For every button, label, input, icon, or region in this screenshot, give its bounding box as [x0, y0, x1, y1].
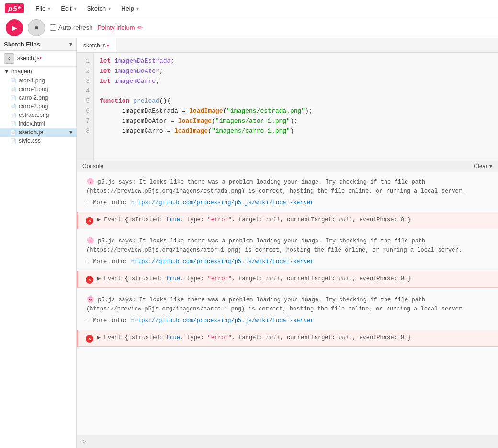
console-message-3: 🌸 p5.js says: It looks like there was a … — [77, 290, 498, 330]
file-icon: 📄 — [11, 130, 16, 135]
line-num: 5 — [82, 96, 90, 106]
error-icon-1: ✕ — [86, 217, 93, 225]
file-icon: 📄 — [11, 87, 16, 92]
console-message-1: 🌸 p5.js says: It looks like there was a … — [77, 172, 498, 212]
error-text-1: ▶ Event {isTrusted: true, type: "error",… — [97, 216, 411, 223]
console-more-info: + More info: https://github.com/processi… — [86, 257, 490, 266]
file-style-css[interactable]: 📄 style.css — [0, 137, 76, 145]
menu-sketch[interactable]: Sketch ▼ — [82, 3, 117, 14]
menu-bar: p5* File ▼ Edit ▼ Sketch ▼ Help ▼ — [0, 0, 498, 17]
console-prompt[interactable]: > — [82, 438, 86, 445]
file-tree: ▼ imagem 📄 ator-1.png 📄 carro-1.png 📄 ca… — [0, 67, 76, 448]
file-icon: 📄 — [11, 138, 16, 144]
logo: p5* — [5, 3, 24, 13]
more-info-link[interactable]: https://github.com/processing/p5.js/wiki… — [131, 199, 314, 206]
line-num: 6 — [82, 106, 90, 116]
file-name: carro-3.png — [19, 103, 48, 110]
console-title: Console — [82, 163, 103, 170]
file-name: ator-1.png — [19, 77, 45, 84]
line-num: 4 — [82, 86, 90, 96]
console-error-2: ✕ ▶ Event {isTrusted: true, type: "error… — [77, 271, 498, 288]
tab-sketch-js[interactable]: sketch.js• — [77, 38, 116, 52]
console-error-3: ✕ ▶ Event {isTrusted: true, type: "error… — [77, 330, 498, 347]
main-area: Sketch Files ▾ ‹ sketch.js• ▼ imagem 📄 a… — [0, 38, 498, 448]
line-num: 1 — [82, 57, 90, 67]
line-num: 8 — [82, 126, 90, 137]
chevron-icon: ▾ — [69, 129, 72, 136]
file-name: carro-1.png — [19, 86, 48, 92]
console-more-info: + More info: https://github.com/processi… — [86, 316, 490, 325]
file-carro-3[interactable]: 📄 carro-3.png — [0, 102, 76, 111]
error-text-3: ▶ Event {isTrusted: true, type: "error",… — [97, 334, 411, 341]
toolbar: ▶ ■ Auto-refresh Pointy iridium ✏ — [0, 17, 498, 38]
console-msg-text: 🌸 p5.js says: It looks like there was a … — [86, 295, 490, 313]
file-icon: 📄 — [11, 104, 16, 109]
play-button[interactable]: ▶ — [6, 19, 23, 36]
file-estrada[interactable]: 📄 estrada.png — [0, 111, 76, 119]
nav-back-button[interactable]: ‹ — [4, 53, 14, 64]
line-num: 7 — [82, 116, 90, 126]
auto-refresh-checkbox[interactable] — [50, 24, 56, 31]
console-error-1: ✕ ▶ Event {isTrusted: true, type: "error… — [77, 212, 498, 229]
menu-file[interactable]: File ▼ — [31, 3, 56, 14]
line-numbers: 1 2 3 4 5 6 7 8 — [77, 53, 94, 161]
active-tab-name: sketch.js• — [17, 55, 42, 62]
folder-imagem[interactable]: ▼ imagem — [0, 67, 76, 76]
sidebar: Sketch Files ▾ ‹ sketch.js• ▼ imagem 📄 a… — [0, 38, 77, 448]
line-num: 3 — [82, 77, 90, 87]
flower-icon: 🌸 — [86, 178, 94, 185]
tab-nav: ‹ sketch.js• — [0, 51, 76, 67]
console-more-info: + More info: https://github.com/processi… — [86, 198, 490, 207]
clear-button[interactable]: Clear ▾ — [474, 163, 492, 170]
line-num: 2 — [82, 67, 90, 77]
code-editor[interactable]: 1 2 3 4 5 6 7 8 let imagemDaEstrada; let… — [77, 53, 498, 161]
modified-dot: • — [107, 42, 109, 49]
menu-edit[interactable]: Edit ▼ — [56, 3, 82, 14]
error-icon-3: ✕ — [86, 335, 93, 343]
file-sketch-js[interactable]: 📄 sketch.js ▾ — [0, 128, 76, 137]
file-icon: 📄 — [11, 121, 16, 126]
sidebar-title: Sketch Files — [4, 41, 40, 48]
console-msg-text: 🌸 p5.js says: It looks like there was a … — [86, 236, 490, 254]
editor-area: sketch.js• 1 2 3 4 5 6 7 8 let imagemDaE… — [77, 38, 498, 448]
stop-button[interactable]: ■ — [28, 19, 45, 36]
file-name: index.html — [19, 120, 45, 127]
auto-refresh-label[interactable]: Auto-refresh — [50, 24, 93, 31]
file-name: style.css — [19, 138, 41, 144]
console-msg-text: 🌸 p5.js says: It looks like there was a … — [86, 177, 490, 195]
sidebar-header: Sketch Files ▾ — [0, 38, 76, 51]
tabs-bar: sketch.js• — [77, 38, 498, 53]
more-info-link[interactable]: https://github.com/processing/p5.js/wiki… — [131, 258, 314, 265]
sketch-name: Pointy iridium ✏ — [98, 24, 143, 31]
file-carro-1[interactable]: 📄 carro-1.png — [0, 85, 76, 93]
edit-icon[interactable]: ✏ — [137, 24, 143, 31]
console-body: 🌸 p5.js says: It looks like there was a … — [77, 172, 498, 435]
file-name: sketch.js — [19, 129, 43, 136]
chevron-down-icon: ▾ — [489, 163, 492, 170]
flower-icon: 🌸 — [86, 296, 94, 303]
console-panel: Console Clear ▾ 🌸 p5.js says: It looks l… — [77, 161, 498, 448]
console-footer: > — [77, 435, 498, 448]
more-info-link[interactable]: https://github.com/processing/p5.js/wiki… — [131, 317, 314, 324]
console-message-2: 🌸 p5.js says: It looks like there was a … — [77, 231, 498, 271]
file-name: estrada.png — [19, 112, 49, 118]
file-name: carro-2.png — [19, 94, 48, 101]
console-header: Console Clear ▾ — [77, 161, 498, 172]
file-carro-2[interactable]: 📄 carro-2.png — [0, 93, 76, 102]
file-ator-1[interactable]: 📄 ator-1.png — [0, 76, 76, 85]
sidebar-chevron-icon[interactable]: ▾ — [69, 41, 72, 47]
file-icon: 📄 — [11, 78, 16, 83]
menu-help[interactable]: Help ▼ — [116, 3, 145, 14]
file-index-html[interactable]: 📄 index.html — [0, 119, 76, 128]
file-icon: 📄 — [11, 113, 16, 118]
flower-icon: 🌸 — [86, 237, 94, 244]
tab-label: sketch.js — [83, 42, 106, 49]
error-text-2: ▶ Event {isTrusted: true, type: "error",… — [97, 275, 411, 282]
folder-name: imagem — [11, 68, 32, 75]
file-icon: 📄 — [11, 95, 16, 101]
error-icon-2: ✕ — [86, 276, 93, 284]
folder-arrow-icon: ▼ — [4, 68, 10, 75]
code-content[interactable]: let imagemDaEstrada; let imagemDoAtor; l… — [94, 53, 498, 161]
